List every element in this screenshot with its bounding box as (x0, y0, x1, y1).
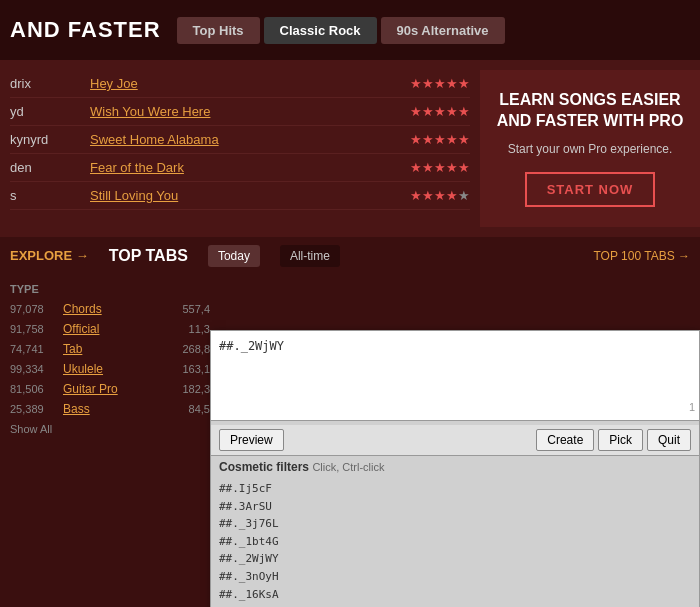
song-title-link[interactable]: Sweet Home Alabama (90, 132, 402, 147)
song-title-link[interactable]: Fear of the Dark (90, 160, 402, 175)
song-stars: ★★★★★ (410, 132, 470, 147)
explore-link[interactable]: EXPLORE → (10, 248, 89, 263)
song-artist: yd (10, 104, 90, 119)
alltime-button[interactable]: All-time (280, 245, 340, 267)
table-rows: 97,078Chords557,491,758Official11,374,74… (10, 299, 210, 419)
promo-title: LEARN SONGS EASIER AND FASTER WITH PRO (496, 90, 684, 132)
filters-hint: Click, Ctrl-click (312, 461, 384, 473)
tab-classic-rock[interactable]: Classic Rock (264, 17, 377, 44)
start-now-button[interactable]: START NOW (525, 172, 656, 207)
pick-button[interactable]: Pick (598, 429, 643, 451)
filters-list: ##.Ij5cF##.3ArSU##._3j76L##._1bt4G##._2W… (211, 478, 699, 607)
dialog-buttons-bar: Preview Create Pick Quit (211, 425, 699, 456)
filter-item[interactable]: ##._2WjWY (219, 550, 691, 568)
row-type-link[interactable]: Tab (63, 342, 174, 356)
song-artist: s (10, 188, 90, 203)
table-row: 74,741Tab268,8 (10, 339, 210, 359)
promo-subtitle: Start your own Pro experience. (508, 142, 673, 156)
song-row: sStill Loving You★★★★★ (10, 182, 470, 210)
preview-button[interactable]: Preview (219, 429, 284, 451)
row-num: 268,8 (182, 343, 210, 355)
song-stars: ★★★★★ (410, 188, 470, 203)
row-type-link[interactable]: Bass (63, 402, 181, 416)
filters-label: Cosmetic filters (219, 460, 309, 474)
filter-item[interactable]: ##.Ij5cF (219, 480, 691, 498)
song-row: ydWish You Were Here★★★★★ (10, 98, 470, 126)
top-bar: AND FASTER Top Hits Classic Rock 90s Alt… (0, 0, 700, 60)
song-stars: ★★★★★ (410, 160, 470, 175)
filter-item[interactable]: ##div (219, 603, 691, 607)
song-title-link[interactable]: Wish You Were Here (90, 104, 402, 119)
row-type-link[interactable]: Guitar Pro (63, 382, 174, 396)
table-col: TYPE 97,078Chords557,491,758Official11,3… (10, 279, 210, 435)
top100-link[interactable]: TOP 100 TABS → (594, 249, 691, 263)
row-type-link[interactable]: Official (63, 322, 181, 336)
row-count: 74,741 (10, 343, 55, 355)
top-tabs-label: TOP TABS (109, 247, 188, 265)
filter-item[interactable]: ##._3j76L (219, 515, 691, 533)
song-title-link[interactable]: Still Loving You (90, 188, 402, 203)
filter-textarea[interactable] (211, 331, 699, 421)
promo-box: LEARN SONGS EASIER AND FASTER WITH PRO S… (480, 70, 700, 227)
filter-item[interactable]: ##._16KsA (219, 586, 691, 604)
row-count: 97,078 (10, 303, 55, 315)
filter-item[interactable]: ##._1bt4G (219, 533, 691, 551)
create-button[interactable]: Create (536, 429, 594, 451)
table-row: 91,758Official11,3 (10, 319, 210, 339)
line-number: 1 (689, 401, 695, 413)
show-all-link[interactable]: Show All (10, 423, 210, 435)
song-stars: ★★★★★ (410, 76, 470, 91)
song-row: denFear of the Dark★★★★★ (10, 154, 470, 182)
songs-list: drixHey Joe★★★★★ydWish You Were Here★★★★… (0, 70, 480, 227)
song-row: kynyrdSweet Home Alabama★★★★★ (10, 126, 470, 154)
tab-90s-alt[interactable]: 90s Alternative (381, 17, 505, 44)
songs-container: drixHey Joe★★★★★ydWish You Were Here★★★★… (10, 70, 470, 210)
table-row: 99,334Ukulele163,1 (10, 359, 210, 379)
table-row: 81,506Guitar Pro182,3 (10, 379, 210, 399)
site-title: AND FASTER (10, 17, 161, 43)
today-button[interactable]: Today (208, 245, 260, 267)
row-count: 91,758 (10, 323, 55, 335)
bottom-nav: EXPLORE → TOP TABS Today All-time TOP 10… (0, 237, 700, 275)
song-stars: ★★★★★ (410, 104, 470, 119)
song-artist: drix (10, 76, 90, 91)
tab-top-hits[interactable]: Top Hits (177, 17, 260, 44)
row-num: 84,5 (189, 403, 210, 415)
songs-area: drixHey Joe★★★★★ydWish You Were Here★★★★… (0, 60, 700, 237)
row-num: 163,1 (182, 363, 210, 375)
row-count: 25,389 (10, 403, 55, 415)
row-count: 81,506 (10, 383, 55, 395)
row-num: 11,3 (189, 323, 210, 335)
song-title-link[interactable]: Hey Joe (90, 76, 402, 91)
row-count: 99,334 (10, 363, 55, 375)
filter-item[interactable]: ##._3nOyH (219, 568, 691, 586)
tabs-nav: Top Hits Classic Rock 90s Alternative (177, 17, 505, 44)
row-num: 557,4 (182, 303, 210, 315)
quit-button[interactable]: Quit (647, 429, 691, 451)
song-artist: den (10, 160, 90, 175)
row-num: 182,3 (182, 383, 210, 395)
song-row: drixHey Joe★★★★★ (10, 70, 470, 98)
cosmetic-filter-dialog: 1 Preview Create Pick Quit Cosmetic filt… (210, 330, 700, 607)
row-type-link[interactable]: Chords (63, 302, 174, 316)
table-row: 97,078Chords557,4 (10, 299, 210, 319)
col-header-type: TYPE (10, 279, 210, 299)
filters-header: Cosmetic filters Click, Ctrl-click (211, 456, 699, 478)
song-artist: kynyrd (10, 132, 90, 147)
row-type-link[interactable]: Ukulele (63, 362, 174, 376)
table-row: 25,389Bass84,5 (10, 399, 210, 419)
filter-item[interactable]: ##.3ArSU (219, 498, 691, 516)
